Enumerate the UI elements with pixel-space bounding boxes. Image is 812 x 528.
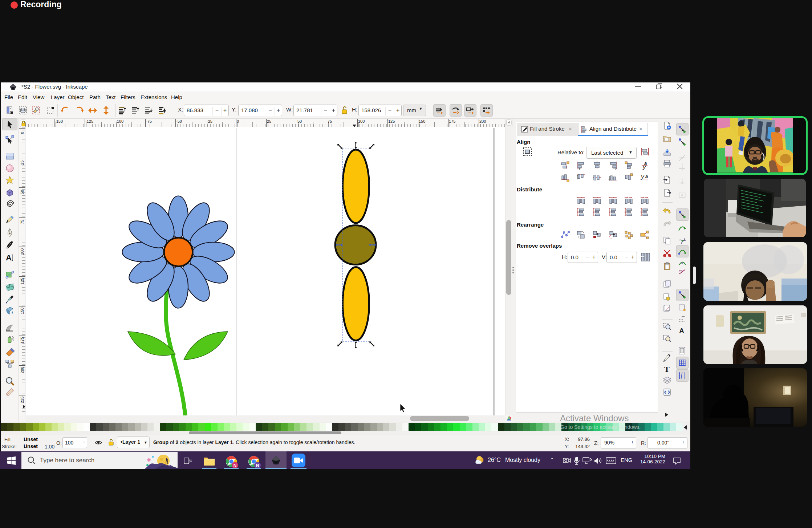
svg-text:a: a — [645, 174, 648, 179]
svg-text:A: A — [679, 327, 684, 334]
svg-text:T: T — [664, 365, 670, 373]
svg-text:y: y — [642, 163, 646, 170]
svg-text:##: ## — [679, 269, 683, 273]
svg-text:N: N — [234, 463, 237, 468]
svg-text:A: A — [6, 253, 12, 262]
svg-text:N: N — [256, 463, 259, 468]
svg-text:+: + — [683, 315, 685, 318]
